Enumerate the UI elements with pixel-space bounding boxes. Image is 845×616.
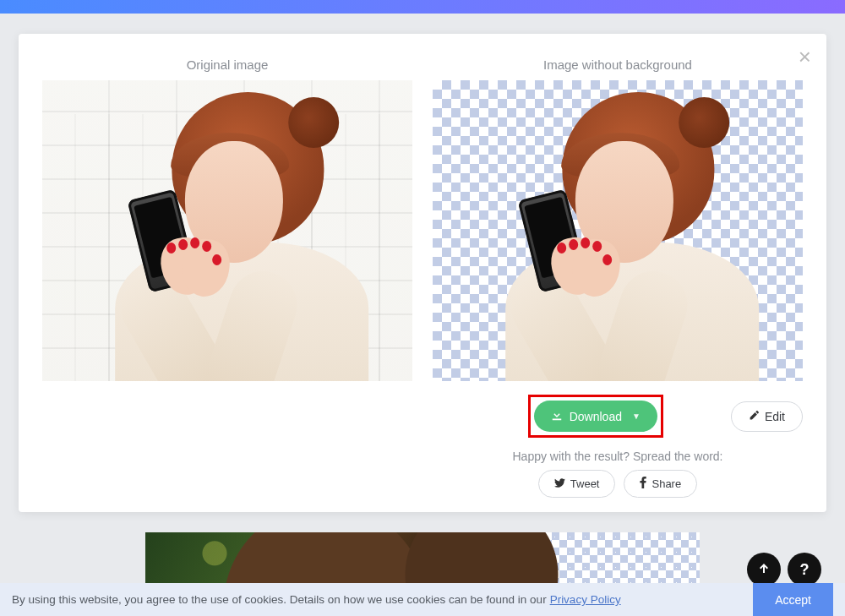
chevron-down-icon: ▼ bbox=[632, 412, 641, 421]
lower-preview-original bbox=[145, 532, 422, 585]
twitter-icon bbox=[554, 477, 565, 491]
download-button[interactable]: Download ▼ bbox=[534, 401, 657, 432]
result-modal: × Original image bbox=[19, 34, 826, 512]
edit-label: Edit bbox=[765, 410, 785, 423]
cookie-text: By using this website, you agree to the … bbox=[12, 593, 547, 606]
privacy-policy-link[interactable]: Privacy Policy bbox=[550, 593, 621, 606]
result-image bbox=[433, 80, 803, 381]
actions-row: Download ▼ Edit bbox=[433, 395, 803, 438]
share-label: Share bbox=[651, 477, 681, 490]
lower-preview-result bbox=[422, 532, 700, 585]
tweet-button[interactable]: Tweet bbox=[538, 470, 616, 498]
original-column: Original image bbox=[42, 57, 412, 498]
scroll-top-button[interactable] bbox=[747, 553, 781, 586]
tweet-label: Tweet bbox=[570, 477, 600, 490]
help-button[interactable]: ? bbox=[788, 553, 821, 586]
arrow-up-icon bbox=[757, 561, 771, 579]
facebook-icon bbox=[640, 477, 646, 491]
pencil-icon bbox=[749, 410, 760, 423]
share-row: Tweet Share bbox=[433, 470, 803, 498]
lower-preview-strip bbox=[145, 532, 700, 585]
cookie-banner: By using this website, you agree to the … bbox=[0, 583, 845, 616]
download-highlight: Download ▼ bbox=[528, 395, 663, 438]
edit-button[interactable]: Edit bbox=[731, 401, 803, 432]
download-icon bbox=[551, 409, 563, 423]
close-icon[interactable]: × bbox=[799, 46, 811, 68]
share-button[interactable]: Share bbox=[624, 470, 697, 498]
result-column: Image without background bbox=[433, 57, 803, 498]
original-image bbox=[42, 80, 412, 381]
help-icon: ? bbox=[800, 561, 810, 579]
spread-text: Happy with the result? Spread the word: bbox=[433, 450, 803, 463]
header-gradient bbox=[0, 0, 845, 14]
download-label: Download bbox=[570, 410, 622, 423]
original-title: Original image bbox=[42, 57, 412, 72]
result-title: Image without background bbox=[433, 57, 803, 72]
image-compare-columns: Original image bbox=[42, 57, 803, 498]
accept-cookies-button[interactable]: Accept bbox=[753, 583, 833, 616]
